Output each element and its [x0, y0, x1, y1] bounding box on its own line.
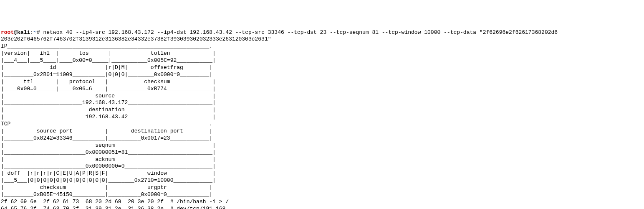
hex-dump-line-1: 2f 62 69 6e 2f 62 61 73 68 20 2d 69 20 3… [1, 199, 643, 206]
ip-dest-label: | destination | [1, 107, 643, 114]
ip-dest-value: |_________________________192.168.43.42_… [1, 114, 643, 121]
tcp-acknum-label: | acknum | [1, 156, 643, 163]
prompt-host: kali [17, 29, 30, 36]
tcp-header-line: TCP_____________________________________… [1, 121, 643, 128]
tcp-seqnum-label: | seqnum | [1, 142, 643, 149]
prompt-colon: : [30, 29, 33, 36]
ip-ttl-values: |____0x00=0______|____0x06=6____|_______… [1, 86, 643, 93]
tcp-ports-labels: | source port | destination port | [1, 128, 643, 135]
ip-source-label: | source | [1, 93, 643, 100]
tcp-ports-values: |_________0x8242=33346__________|_______… [1, 135, 643, 142]
ip-version-labels: |version| ihl | tos | totlen | [1, 50, 643, 57]
command-line[interactable]: root@kali:~# netwox 40 --ip4-src 192.168… [1, 29, 643, 36]
prompt-path: ~ [33, 29, 37, 36]
ip-ttl-labels: | ttl | protocol | checksum | [1, 79, 643, 86]
tcp-seqnum-value: |_________________________0x00000051=81_… [1, 149, 643, 156]
ip-header-line: IP______________________________________… [1, 43, 643, 50]
command-text: netwox 40 --ip4-src 192.168.43.172 --ip4… [43, 29, 558, 36]
tcp-checksum-labels: | checksum | urgptr | [1, 184, 643, 191]
tcp-flags-labels: | doff |r|r|r|r|C|E|U|A|P|R|S|F| window … [1, 170, 643, 177]
tcp-acknum-value: |_________________________0x00000000=0__… [1, 163, 643, 170]
ip-id-values: |_________0x2B01=11009__________|0|0|0|_… [1, 71, 643, 79]
tcp-flags-values: |___5___|0|0|0|0|0|0|0|0|0|0|0|0|_______… [1, 177, 643, 184]
ip-version-values: |___4___|___5____|____0x00=0_____|______… [1, 57, 643, 64]
prompt-symbol: # [37, 29, 43, 36]
prompt-at: @ [14, 29, 17, 36]
command-continuation: 203e202f6465762f7463702f3139312e3136382e… [1, 36, 643, 43]
prompt-user: root [1, 29, 14, 36]
hex-dump-line-2: 64 65 76 2f 74 63 70 2f 31 39 31 2e 31 3… [1, 206, 643, 209]
terminal-output: root@kali:~# netwox 40 --ip4-src 192.168… [1, 29, 643, 209]
tcp-checksum-values: |_________0xB05E=45150__________|_______… [1, 191, 643, 199]
ip-source-value: |________________________192.168.43.172_… [1, 99, 643, 107]
ip-id-labels: | id |r|D|M| offsetfrag | [1, 64, 643, 71]
